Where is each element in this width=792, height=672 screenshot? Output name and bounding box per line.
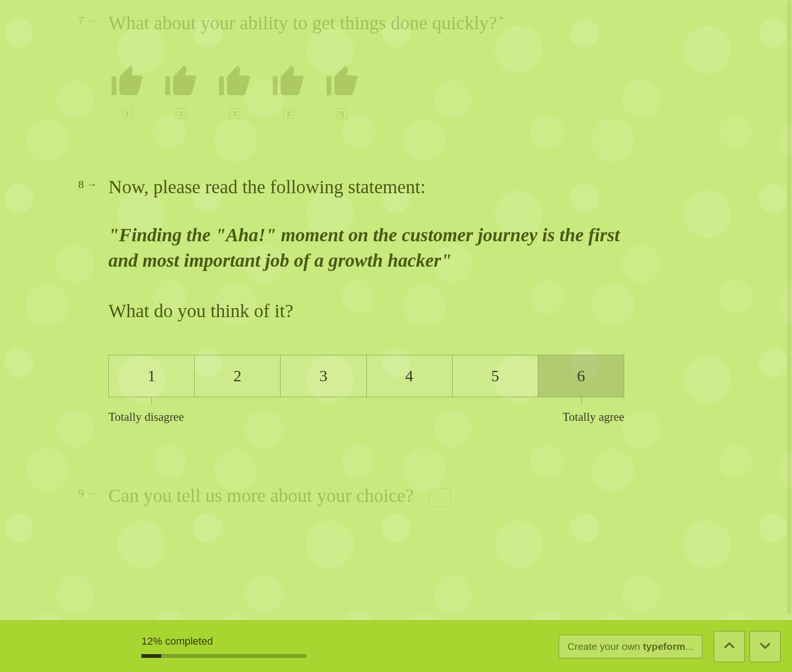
arrow-right-icon: → [87,16,97,26]
question-number-value: 7 [78,14,84,27]
opinion-scale: 1 2 3 4 5 6 Totally disagree Totally agr… [108,355,627,424]
scale-option-1[interactable]: 1 [109,355,195,397]
opinion-scale-row: 1 2 3 4 5 6 [108,355,624,397]
arrow-right-icon: → [87,180,97,190]
question-text: What about your ability to get things do… [108,10,504,36]
question-7: 7 → What about your ability to get thing… [108,10,504,119]
question-number-value: 8 [78,178,84,191]
nav-prev-button[interactable] [714,631,745,662]
progress-bar [141,654,306,658]
rating-option-2[interactable]: 2 [162,62,200,119]
question-subtext: What do you think of it? [108,300,627,322]
answer-placeholder-chip[interactable] [429,488,451,507]
scale-ticks [108,397,624,404]
thumbs-up-icon [216,62,254,102]
scale-max-label: Totally agree [562,410,624,424]
thumbs-up-icon [270,62,307,102]
progress-text: 12% completed [141,635,306,647]
create-typeform-button[interactable]: Create your own typeform... [559,635,702,658]
rating-thumbs-row: 1 2 3 4 [108,62,504,119]
scale-option-6[interactable]: 6 [538,355,624,397]
thumbs-up-icon [108,62,146,102]
scale-option-2[interactable]: 2 [195,355,280,397]
brand-bold: typeform [643,641,685,652]
progress-fill [141,654,161,658]
scale-option-label: 3 [319,367,327,385]
scale-option-label: 4 [405,367,413,385]
rating-option-5[interactable]: 5 [323,62,361,119]
required-marker: * [499,13,504,25]
footer-bar: 12% completed Create your own typeform..… [0,620,792,672]
question-number: 9 → [78,487,97,500]
question-text-value: What about your ability to get things do… [108,12,497,33]
thumbs-up-icon [162,62,200,102]
question-number: 8 → [78,178,97,191]
rating-option-1[interactable]: 1 [108,62,146,119]
rating-option-label: 1 [122,108,132,119]
scale-option-label: 1 [148,367,156,385]
scale-min-label: Totally disagree [108,410,184,424]
chevron-down-icon [758,639,772,655]
scale-option-label: 5 [491,367,499,385]
rating-option-4[interactable]: 4 [270,62,307,119]
scale-option-5[interactable]: 5 [453,355,538,397]
rating-option-label: 4 [283,108,294,119]
nav-next-button[interactable] [750,631,781,662]
question-8: 8 → Now, please read the following state… [108,174,627,424]
brand-prefix: Create your own [568,641,643,652]
question-text-value: Can you tell us more about your choice? [108,485,414,506]
scale-option-label: 6 [577,367,585,385]
question-intro: Now, please read the following statement… [108,174,627,200]
question-statement: "Finding the "Aha!" moment on the custom… [108,222,627,273]
arrow-right-icon: → [87,488,97,499]
question-number: 7 → [78,14,97,27]
progress-block: 12% completed [141,635,306,658]
rating-option-label: 3 [230,108,240,119]
brand-suffix: ... [685,641,693,652]
thumbs-up-icon [323,62,361,102]
scale-option-4[interactable]: 4 [367,355,453,397]
scale-anchor-labels: Totally disagree Totally agree [108,410,624,424]
form-viewport: 7 → What about your ability to get thing… [0,0,792,672]
scale-option-3[interactable]: 3 [280,355,366,397]
rating-option-3[interactable]: 3 [216,62,254,119]
question-number-value: 9 [78,487,84,500]
scale-option-label: 2 [233,367,241,385]
question-text: Can you tell us more about your choice? [108,483,451,508]
question-9: 9 → Can you tell us more about your choi… [108,483,451,508]
rating-option-label: 2 [176,108,186,119]
rating-option-label: 5 [337,108,347,119]
chevron-up-icon [722,639,736,655]
